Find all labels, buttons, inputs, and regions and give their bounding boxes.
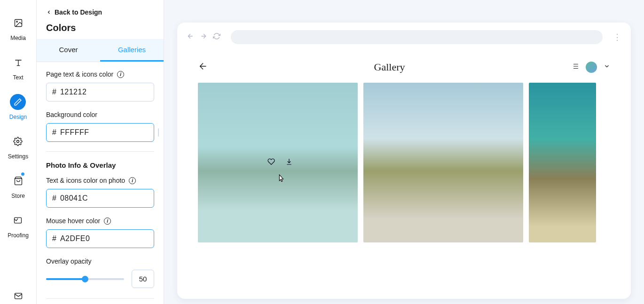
hash-prefix: # [52, 194, 56, 203]
design-panel: Back to Design Colors Cover Galleries Pa… [37, 0, 164, 304]
panel-tabs: Cover Galleries [37, 39, 164, 62]
text-on-photo-label: Text & icons color on photo i [46, 177, 154, 184]
pointer-cursor-icon [276, 174, 286, 186]
preview-browser: ⋮ Gallery [177, 23, 631, 299]
chevron-down-icon[interactable] [604, 63, 610, 71]
gallery-image-2[interactable] [363, 83, 523, 242]
rail-item-text[interactable]: Text [10, 55, 26, 81]
proofing-icon [10, 212, 26, 228]
panel-body: Page text & icons color i # Background c… [37, 62, 164, 304]
panel-title: Colors [46, 23, 154, 33]
preview-canvas: ⋮ Gallery [164, 0, 644, 304]
nav-back-icon[interactable] [187, 32, 194, 42]
page-text-color-value[interactable] [60, 88, 154, 96]
rail-label: Proofing [8, 232, 29, 239]
gallery-back-icon[interactable] [198, 61, 208, 73]
avatar[interactable] [586, 62, 597, 73]
tab-galleries[interactable]: Galleries [100, 39, 164, 62]
heart-icon[interactable] [267, 158, 275, 167]
page-text-label: Page text & icons color i [46, 70, 154, 78]
svg-point-2 [17, 140, 19, 143]
left-rail: Media Text Design Settings Store Proofin… [0, 0, 37, 304]
back-label: Back to Design [55, 8, 102, 16]
svg-rect-4 [15, 293, 22, 299]
rail-item-mail[interactable] [10, 288, 26, 304]
text-on-photo-color-value[interactable] [60, 194, 154, 203]
notification-dot [21, 172, 24, 176]
info-icon[interactable]: i [104, 218, 111, 225]
photo-info-section-title: Photo Info & Overlay [46, 161, 154, 169]
info-icon[interactable]: i [129, 177, 136, 184]
chevron-left-icon [46, 9, 52, 15]
slider-thumb[interactable] [82, 276, 88, 282]
background-label: Background color [46, 111, 154, 118]
panel-header: Back to Design Colors [37, 0, 164, 39]
divider [46, 298, 154, 299]
info-icon[interactable]: i [117, 71, 124, 78]
nav-forward-icon[interactable] [200, 32, 207, 42]
url-bar[interactable] [231, 30, 603, 44]
rail-label: Media [10, 35, 26, 41]
slider-fill [46, 278, 85, 280]
photo-action-icons [267, 158, 293, 167]
background-color-input[interactable]: # [46, 123, 154, 142]
download-icon[interactable] [285, 158, 293, 167]
rail-item-proofing[interactable]: Proofing [8, 212, 29, 239]
opacity-label: Overlay opacity [46, 257, 154, 265]
browser-bar: ⋮ [177, 23, 631, 52]
gallery-row [177, 83, 631, 242]
hover-label: Mouse hover color i [46, 217, 154, 225]
tab-cover[interactable]: Cover [37, 39, 100, 62]
back-to-design-link[interactable]: Back to Design [46, 8, 154, 16]
rail-item-design[interactable]: Design [9, 94, 27, 120]
gallery-header: Gallery [177, 52, 631, 83]
rail-label: Store [11, 193, 25, 199]
nav-reload-icon[interactable] [213, 32, 220, 42]
color-swatch[interactable] [158, 128, 159, 137]
page-text-color-input[interactable]: # [46, 83, 154, 101]
gear-icon [10, 133, 26, 149]
hover-color-input[interactable]: # [46, 229, 154, 248]
rail-label: Settings [8, 153, 28, 160]
mail-icon [10, 288, 26, 304]
rail-item-store[interactable]: Store [10, 173, 26, 199]
gallery-title: Gallery [374, 61, 405, 73]
hover-color-value[interactable] [60, 234, 154, 243]
text-icon [10, 55, 26, 70]
opacity-slider-row: 50 [46, 270, 154, 288]
hash-prefix: # [52, 128, 56, 137]
gallery-header-right [571, 62, 610, 73]
hash-prefix: # [52, 88, 56, 96]
gallery-image-3[interactable] [529, 83, 596, 242]
opacity-slider[interactable] [46, 278, 124, 280]
more-menu-icon[interactable]: ⋮ [613, 32, 621, 42]
list-icon[interactable] [571, 62, 579, 72]
text-on-photo-color-input[interactable]: # [46, 189, 154, 208]
rail-item-media[interactable]: Media [10, 15, 26, 41]
gallery-image-1[interactable] [198, 83, 358, 242]
svg-point-1 [16, 21, 17, 23]
hash-prefix: # [52, 234, 56, 243]
divider [46, 151, 154, 152]
opacity-value[interactable]: 50 [132, 270, 154, 288]
background-color-value[interactable] [60, 128, 154, 137]
rail-label: Design [9, 114, 27, 120]
image-icon [10, 15, 26, 31]
rail-item-settings[interactable]: Settings [8, 133, 28, 160]
rail-label: Text [13, 74, 23, 81]
pencil-icon [10, 94, 26, 110]
